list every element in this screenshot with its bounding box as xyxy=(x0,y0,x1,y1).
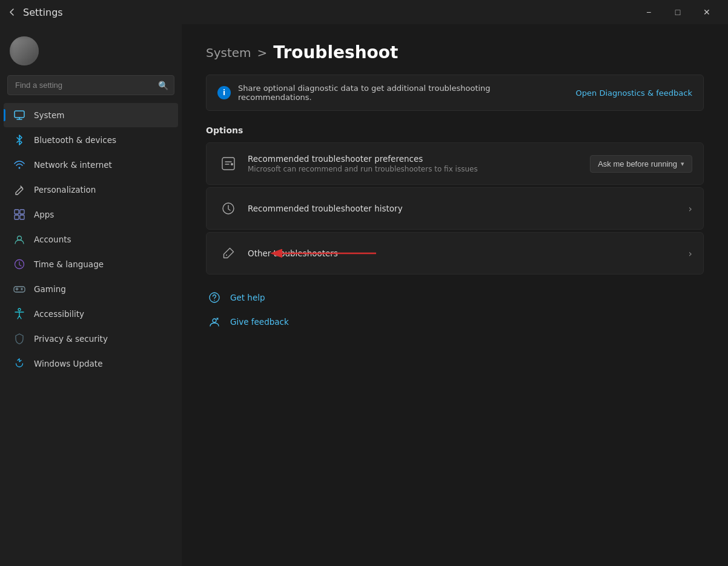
svg-rect-2 xyxy=(15,210,19,214)
search-box: 🔍 xyxy=(7,75,174,95)
sidebar-item-system-label: System xyxy=(34,110,64,120)
bluetooth-icon xyxy=(13,134,25,146)
minimize-button[interactable]: − xyxy=(635,2,663,22)
sidebar-nav: System Bluetooth & devices xyxy=(0,100,182,566)
accessibility-icon xyxy=(13,308,25,320)
svg-rect-5 xyxy=(20,215,24,219)
other-troubleshooters-title: Other troubleshooters xyxy=(248,248,689,258)
svg-point-15 xyxy=(210,293,219,302)
accounts-icon xyxy=(13,233,25,245)
option-card-recommended-history[interactable]: Recommended troubleshooter history › xyxy=(206,187,704,230)
other-troubleshooters-right: › xyxy=(689,248,692,259)
sidebar-item-accounts-label: Accounts xyxy=(34,235,71,244)
svg-point-1 xyxy=(19,167,21,169)
sidebar-item-update[interactable]: Windows Update xyxy=(4,351,178,376)
privacy-icon xyxy=(13,333,25,345)
open-diagnostics-link[interactable]: Open Diagnostics & feedback xyxy=(576,88,692,98)
recommended-history-icon xyxy=(217,198,239,219)
give-feedback-text[interactable]: Give feedback xyxy=(230,317,289,327)
sidebar-item-gaming[interactable]: Gaming xyxy=(4,277,178,301)
titlebar-left: Settings xyxy=(7,7,63,18)
sidebar-item-gaming-label: Gaming xyxy=(34,284,66,294)
svg-point-17 xyxy=(213,319,216,322)
app-body: 🔍 System Blue xyxy=(0,24,728,566)
svg-point-9 xyxy=(18,308,21,311)
sidebar-item-bluetooth[interactable]: Bluetooth & devices xyxy=(4,128,178,152)
main-content: System > Troubleshoot i Share optional d… xyxy=(182,24,728,566)
info-banner: i Share optional diagnostic data to get … xyxy=(206,75,704,111)
other-troubleshooters-icon xyxy=(217,242,239,264)
svg-rect-0 xyxy=(15,111,24,118)
sidebar-item-personalization[interactable]: Personalization xyxy=(4,178,178,202)
apps-icon xyxy=(13,208,25,221)
chevron-down-icon: ▾ xyxy=(681,160,684,168)
other-troubleshooters-text: Other troubleshooters xyxy=(248,248,689,258)
recommended-history-right: › xyxy=(689,203,692,215)
breadcrumb: System > Troubleshoot xyxy=(206,42,704,62)
personalization-icon xyxy=(13,184,25,196)
sidebar-item-apps-label: Apps xyxy=(34,210,54,219)
help-links: Get help Give feedback xyxy=(206,289,704,330)
recommended-prefs-text: Recommended troubleshooter preferences M… xyxy=(248,154,590,173)
breadcrumb-separator: > xyxy=(257,45,268,60)
titlebar-controls: − □ ✕ xyxy=(635,2,721,22)
sidebar: 🔍 System Blue xyxy=(0,24,182,566)
sidebar-item-network[interactable]: Network & internet xyxy=(4,153,178,177)
user-profile xyxy=(0,24,182,75)
search-input[interactable] xyxy=(7,75,174,95)
gaming-icon xyxy=(13,283,25,295)
get-help-link[interactable]: Get help xyxy=(206,289,704,306)
maximize-button[interactable]: □ xyxy=(664,2,692,22)
sidebar-item-privacy[interactable]: Privacy & security xyxy=(4,327,178,351)
svg-rect-3 xyxy=(20,210,24,214)
sidebar-item-time-label: Time & language xyxy=(34,259,104,269)
sidebar-item-bluetooth-label: Bluetooth & devices xyxy=(34,135,116,145)
recommended-prefs-title: Recommended troubleshooter preferences xyxy=(248,154,590,164)
svg-point-16 xyxy=(214,300,215,301)
titlebar-title: Settings xyxy=(23,7,63,18)
sidebar-item-accessibility[interactable]: Accessibility xyxy=(4,302,178,326)
svg-point-13 xyxy=(226,255,227,256)
update-icon xyxy=(13,358,25,370)
network-icon xyxy=(13,159,25,171)
system-icon xyxy=(13,109,25,121)
avatar xyxy=(10,36,39,65)
option-card-other-troubleshooters[interactable]: Other troubleshooters › xyxy=(206,232,704,275)
chevron-right-icon-2: › xyxy=(689,248,692,259)
close-button[interactable]: ✕ xyxy=(693,2,721,22)
breadcrumb-parent[interactable]: System xyxy=(206,45,251,60)
info-banner-text: Share optional diagnostic data to get ad… xyxy=(238,84,566,102)
sidebar-item-system[interactable]: System xyxy=(4,103,178,127)
titlebar: Settings − □ ✕ xyxy=(0,0,728,24)
time-icon xyxy=(13,258,25,270)
recommended-prefs-dropdown[interactable]: Ask me before running ▾ xyxy=(590,155,692,173)
feedback-icon xyxy=(206,313,223,330)
back-icon[interactable] xyxy=(7,7,17,17)
get-help-text[interactable]: Get help xyxy=(230,293,265,302)
sidebar-item-update-label: Windows Update xyxy=(34,359,102,368)
recommended-prefs-right: Ask me before running ▾ xyxy=(590,155,692,173)
get-help-icon xyxy=(206,289,223,306)
chevron-right-icon: › xyxy=(689,203,692,215)
svg-rect-4 xyxy=(15,215,19,219)
sidebar-item-privacy-label: Privacy & security xyxy=(34,334,108,344)
sidebar-item-accounts[interactable]: Accounts xyxy=(4,227,178,251)
sidebar-item-apps[interactable]: Apps xyxy=(4,202,178,227)
give-feedback-link[interactable]: Give feedback xyxy=(206,313,704,330)
search-icon: 🔍 xyxy=(158,81,168,90)
sidebar-item-personalization-label: Personalization xyxy=(34,185,96,195)
recommended-history-text: Recommended troubleshooter history xyxy=(248,204,689,213)
info-banner-left: i Share optional diagnostic data to get … xyxy=(217,84,566,102)
sidebar-item-network-label: Network & internet xyxy=(34,160,112,170)
options-section-title: Options xyxy=(206,125,704,135)
info-icon: i xyxy=(217,86,231,99)
recommended-prefs-subtitle: Microsoft can recommend and run troubles… xyxy=(248,165,590,173)
recommended-prefs-icon xyxy=(217,153,239,175)
sidebar-item-time[interactable]: Time & language xyxy=(4,252,178,276)
recommended-history-title: Recommended troubleshooter history xyxy=(248,204,689,213)
dropdown-label: Ask me before running xyxy=(598,159,677,168)
breadcrumb-current: Troubleshoot xyxy=(273,42,398,62)
option-card-recommended-prefs[interactable]: Recommended troubleshooter preferences M… xyxy=(206,142,704,185)
svg-point-11 xyxy=(231,163,233,165)
sidebar-item-accessibility-label: Accessibility xyxy=(34,309,84,319)
